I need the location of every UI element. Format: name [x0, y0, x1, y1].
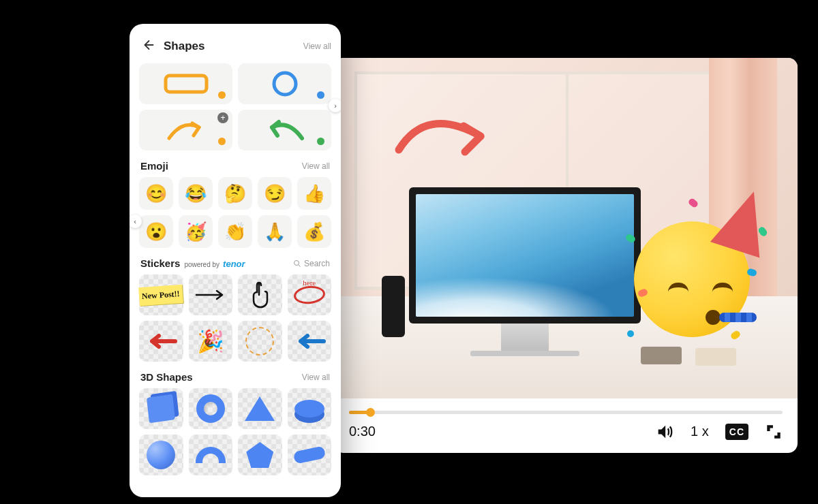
view-all-link[interactable]: View all [303, 42, 331, 51]
svg-point-2 [294, 260, 299, 265]
arrow-curved-left-icon [261, 115, 309, 145]
shape-circle[interactable] [238, 63, 331, 104]
video-canvas[interactable] [334, 58, 798, 398]
sticker-here-circle[interactable]: here [288, 274, 332, 315]
tenor-logo: tenor [223, 259, 245, 269]
emoji-party[interactable]: 🥳 [179, 215, 213, 248]
cone-icon [245, 396, 275, 421]
section-title: Emoji [140, 160, 168, 172]
arrow-curved-right-icon [162, 115, 210, 145]
fullscreen-icon [765, 423, 783, 441]
section-title: Stickers [140, 257, 180, 269]
video-preview-window: 0:30 1 x CC [334, 58, 798, 453]
progress-bar[interactable] [349, 411, 783, 414]
progress-fill [349, 411, 371, 414]
stickers-grid: New Post!! here 🎉 [139, 274, 331, 362]
powered-by-label: powered by tenor [184, 259, 245, 269]
stickers-section-header: Stickers powered by tenor Search [140, 257, 330, 269]
emoji-clap[interactable]: 👏 [218, 215, 252, 248]
scene-monitor [409, 187, 641, 351]
3d-torus[interactable] [189, 388, 233, 429]
section-title: 3D Shapes [140, 371, 193, 383]
emoji-surprised[interactable]: 😮 [139, 215, 173, 248]
emoji-smile[interactable]: 😊 [139, 177, 173, 210]
sticker-arrow-left-red[interactable] [139, 321, 183, 362]
volume-icon [655, 422, 674, 441]
scene-accessory [641, 347, 682, 364]
color-dot-icon [218, 91, 226, 99]
cube-icon [147, 394, 175, 424]
arrow-annotation-icon[interactable] [389, 99, 518, 194]
3d-shapes-section-header: 3D Shapes View all [140, 371, 330, 383]
emoji-section-header: Emoji View all [140, 160, 330, 172]
sticker-arrow-left-blue[interactable] [288, 321, 332, 362]
playback-speed-button[interactable]: 1 x [691, 424, 709, 439]
svg-rect-0 [166, 76, 207, 92]
emoji-grid: 😊 😂 🤔 😏 👍 😮 🥳 👏 🙏 💰 [139, 177, 331, 248]
shape-arrow-right[interactable]: + [139, 110, 232, 151]
torus-icon [196, 394, 225, 423]
circle-icon [270, 69, 300, 99]
shapes-grid: + [139, 63, 331, 151]
pointing-hand-icon [248, 280, 271, 310]
search-icon [293, 259, 301, 268]
3d-sphere[interactable] [139, 435, 183, 475]
back-button[interactable] [139, 36, 157, 57]
captions-button[interactable]: CC [725, 424, 748, 440]
scene-accessory [695, 348, 736, 366]
color-dot-icon [317, 91, 324, 99]
shape-rectangle[interactable] [139, 63, 232, 104]
chevron-left-icon: ‹ [134, 217, 136, 225]
stickers-search-button[interactable]: Search [293, 259, 330, 268]
arrow-right-icon [194, 288, 228, 302]
sticker-dashed-circle[interactable] [238, 321, 282, 362]
dashed-circle-icon [245, 327, 274, 356]
emoji-money[interactable]: 💰 [297, 215, 331, 248]
3d-curve[interactable] [288, 435, 332, 475]
emoji-thinking[interactable]: 🤔 [218, 177, 252, 210]
pentagon-icon [246, 442, 273, 468]
sticker-new-post[interactable]: New Post!! [139, 274, 183, 315]
view-all-link[interactable]: View all [302, 373, 330, 382]
curve-icon [292, 445, 326, 464]
emoji-thumbs-up[interactable]: 👍 [297, 177, 331, 210]
sticker-pointing-hand[interactable] [238, 274, 282, 315]
rectangle-icon [162, 72, 210, 96]
arrow-left-blue-icon [292, 334, 327, 349]
sticker-arrow-right[interactable] [189, 274, 233, 315]
volume-button[interactable] [655, 422, 674, 441]
arc-icon [196, 447, 226, 463]
sticker-party-popper[interactable]: 🎉 [189, 321, 233, 362]
3d-cone[interactable] [238, 388, 282, 429]
party-popper-icon: 🎉 [197, 328, 224, 354]
emoji-pray[interactable]: 🙏 [258, 215, 292, 248]
arrow-left-icon [142, 39, 154, 51]
shapes-next-button[interactable]: › [329, 99, 341, 112]
emoji-smirk[interactable]: 😏 [258, 177, 292, 210]
color-dot-icon [317, 138, 324, 145]
cc-icon: CC [725, 424, 748, 440]
fullscreen-button[interactable] [765, 423, 783, 441]
speed-label: 1 x [691, 424, 709, 439]
scene-phone [382, 276, 405, 337]
3d-arc[interactable] [189, 435, 233, 475]
svg-point-1 [274, 73, 296, 95]
ellipse-icon [293, 285, 326, 306]
party-emoji-sticker[interactable] [620, 194, 770, 344]
3d-shapes-grid [139, 388, 331, 475]
panel-header: Shapes View all [139, 36, 331, 57]
shape-arrow-left[interactable] [238, 110, 331, 151]
panel-title: Shapes [164, 40, 297, 53]
plus-badge-icon: + [217, 112, 228, 123]
stickers-panel: Shapes View all + › Emoji View all 😊 😂 [130, 24, 341, 497]
sphere-icon [147, 441, 175, 469]
chevron-right-icon: › [334, 101, 337, 110]
3d-cube[interactable] [139, 388, 183, 429]
arrow-left-red-icon [144, 334, 178, 349]
emoji-joy[interactable]: 😂 [179, 177, 213, 210]
3d-cylinder[interactable] [288, 388, 332, 429]
3d-pentagon[interactable] [238, 435, 282, 475]
new-post-icon: New Post!! [139, 284, 183, 305]
view-all-link[interactable]: View all [302, 161, 330, 171]
color-dot-icon [218, 138, 226, 145]
